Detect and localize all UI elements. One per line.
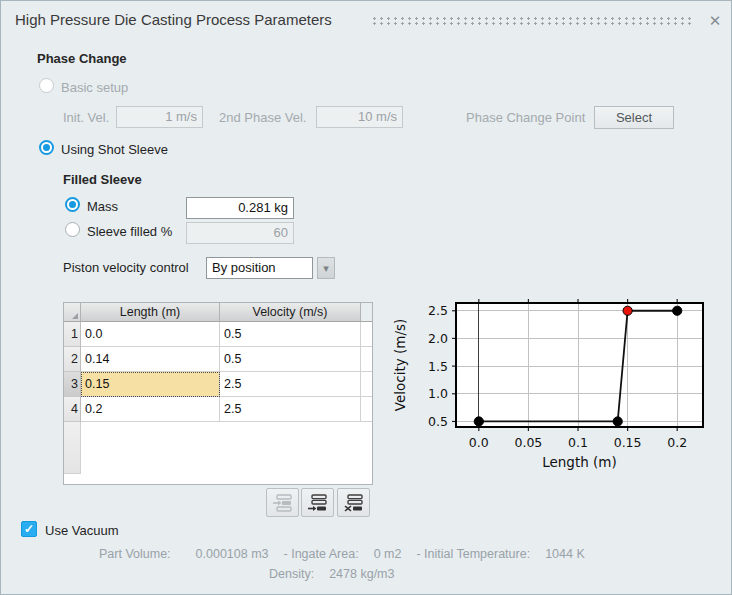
table-cell[interactable]: 2.5: [220, 372, 361, 397]
row-header-4[interactable]: 4: [64, 397, 81, 422]
part-volume-value: 0.000108 m3: [196, 547, 269, 561]
table-cell[interactable]: 0.5: [220, 322, 361, 347]
table-cell[interactable]: 0.15: [81, 372, 220, 397]
use-vacuum-label: Use Vacuum: [45, 523, 118, 538]
column-header-velocity[interactable]: Velocity (m/s): [220, 303, 361, 322]
insert-row-button: [266, 488, 299, 517]
hpdc-parameters-dialog: High Pressure Die Casting Process Parame…: [0, 0, 732, 595]
summary-line-2: Density:2478 kg/m3: [269, 567, 409, 581]
row-extra-cell: [361, 397, 372, 422]
row-header-3[interactable]: 3: [64, 372, 81, 397]
velocity-chart: 0.00.050.10.150.20.51.01.52.02.5Length (…: [391, 289, 732, 479]
section-label-phase-change: Phase Change: [37, 51, 127, 66]
add-row-icon: [307, 494, 328, 512]
radio-basic-setup[interactable]: [39, 78, 54, 93]
ingate-area-value: 0 m2: [374, 547, 402, 561]
svg-text:1.5: 1.5: [428, 359, 448, 374]
add-row-button[interactable]: [301, 488, 334, 517]
piston-velocity-control-label: Piston velocity control: [63, 260, 189, 275]
initial-temperature-label: - Initial Temperature:: [416, 547, 530, 561]
row-extra-cell: [361, 347, 372, 372]
drag-handle[interactable]: [371, 16, 693, 25]
basic-setup-label: Basic setup: [61, 80, 128, 95]
dropdown-arrow-button[interactable]: ▾: [317, 257, 335, 279]
table-row: 40.22.5: [64, 397, 372, 422]
use-vacuum-checkbox[interactable]: ✓: [21, 521, 37, 537]
svg-text:0.0: 0.0: [469, 435, 489, 450]
svg-text:0.1: 0.1: [568, 435, 588, 450]
section-label-filled-sleeve: Filled Sleeve: [63, 172, 142, 187]
column-header-extra: [361, 303, 372, 322]
chart-point: [474, 417, 483, 426]
ingate-area-label: - Ingate Area:: [284, 547, 359, 561]
insert-row-icon: [272, 494, 293, 512]
table-header-row: Length (m) Velocity (m/s): [64, 303, 372, 322]
svg-text:0.05: 0.05: [514, 435, 542, 450]
density-value: 2478 kg/m3: [329, 567, 394, 581]
row-header-2[interactable]: 2: [64, 347, 81, 372]
table-cell[interactable]: 0.0: [81, 322, 220, 347]
part-volume-label: Part Volume:: [99, 547, 171, 561]
row-header-filler: [64, 422, 81, 474]
parameters-table: Length (m) Velocity (m/s) 10.00.520.140.…: [63, 302, 373, 485]
delete-row-button[interactable]: [337, 488, 370, 517]
summary-line-1: Part Volume:0.000108 m3- Ingate Area:0 m…: [99, 547, 600, 561]
density-label: Density:: [269, 567, 314, 581]
piston-velocity-dropdown[interactable]: By position: [206, 257, 313, 279]
table-empty-area: [64, 422, 372, 484]
chart-point: [673, 306, 682, 315]
svg-text:0.5: 0.5: [428, 414, 448, 429]
mass-input[interactable]: 0.281 kg: [186, 197, 294, 219]
table-row: 10.00.5: [64, 322, 372, 347]
row-extra-cell: [361, 322, 372, 347]
svg-text:2.5: 2.5: [428, 303, 448, 318]
dialog-title: High Pressure Die Casting Process Parame…: [15, 11, 332, 28]
table-cell[interactable]: 0.5: [220, 347, 361, 372]
table-row: 30.152.5: [64, 372, 372, 397]
row-header-1[interactable]: 1: [64, 322, 81, 347]
using-shot-sleeve-label: Using Shot Sleeve: [61, 142, 168, 157]
table-corner-cell[interactable]: [64, 303, 81, 322]
column-header-length[interactable]: Length (m): [81, 303, 220, 322]
radio-using-shot-sleeve[interactable]: [39, 140, 54, 155]
sleeve-filled-label: Sleeve filled %: [87, 224, 172, 239]
init-vel-label: Init. Vel.: [63, 110, 109, 125]
sleeve-filled-input: 60: [186, 222, 294, 244]
mass-label: Mass: [87, 199, 118, 214]
close-icon[interactable]: ✕: [705, 11, 725, 31]
second-phase-vel-label: 2nd Phase Vel.: [219, 110, 306, 125]
chart-selected-point: [623, 306, 632, 315]
checkmark-icon: ✓: [24, 522, 34, 536]
chevron-down-icon: ▾: [323, 262, 329, 274]
init-vel-field: 1 m/s: [116, 106, 203, 128]
svg-text:0.15: 0.15: [614, 435, 642, 450]
corner-triangle-icon: [72, 313, 78, 319]
table-cell[interactable]: 0.2: [81, 397, 220, 422]
row-extra-cell: [361, 372, 372, 397]
phase-change-point-label: Phase Change Point: [466, 110, 585, 125]
table-cell[interactable]: 2.5: [220, 397, 361, 422]
svg-text:2.0: 2.0: [428, 331, 448, 346]
chart-xlabel: Length (m): [542, 454, 617, 470]
chart-ylabel: Velocity (m/s): [392, 319, 408, 412]
second-phase-vel-field: 10 m/s: [316, 106, 403, 128]
svg-text:1.0: 1.0: [428, 386, 448, 401]
radio-mass[interactable]: [65, 197, 80, 212]
svg-text:0.2: 0.2: [667, 435, 687, 450]
select-button[interactable]: Select: [594, 106, 674, 129]
table-cell[interactable]: 0.14: [81, 347, 220, 372]
initial-temperature-value: 1044 K: [545, 547, 585, 561]
radio-sleeve-filled[interactable]: [65, 222, 80, 237]
table-row: 20.140.5: [64, 347, 372, 372]
chart-point: [613, 417, 622, 426]
delete-row-icon: [343, 494, 364, 512]
